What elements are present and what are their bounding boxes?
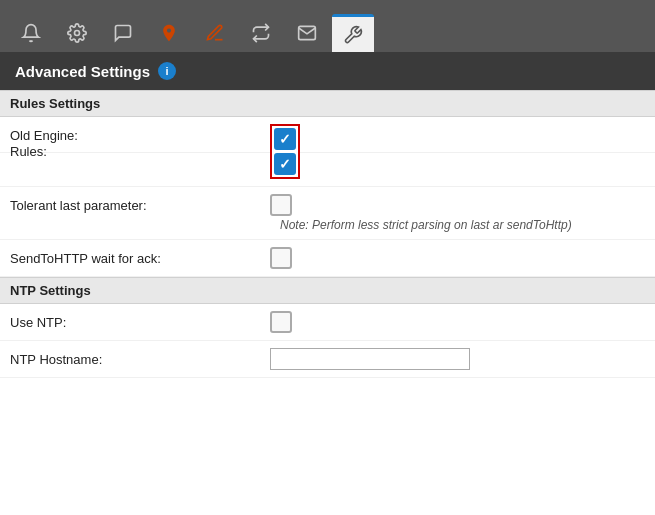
- tolerant-last-param-control: [270, 194, 292, 216]
- tolerant-last-param-label: Tolerant last parameter:: [10, 198, 270, 213]
- use-ntp-row: Use NTP:: [0, 304, 655, 341]
- settings-content: Rules Settings Rules: Old Engine: Tolera…: [0, 90, 655, 515]
- sendtohttp-control: [270, 247, 292, 269]
- wrench-tab-icon[interactable]: [332, 14, 374, 52]
- use-ntp-checkbox[interactable]: [270, 311, 292, 333]
- info-icon[interactable]: i: [158, 62, 176, 80]
- sendtohttp-label: SendToHTTP wait for ack:: [10, 251, 270, 266]
- tab-bar: [0, 0, 655, 52]
- rules-control: [270, 124, 300, 179]
- chat-tab-icon[interactable]: [102, 14, 144, 52]
- ntp-settings-header: NTP Settings: [0, 277, 655, 304]
- page-title: Advanced Settings: [15, 63, 150, 80]
- pin-tab-icon[interactable]: [148, 14, 190, 52]
- mail-tab-icon[interactable]: [286, 14, 328, 52]
- bell-tab-icon[interactable]: [10, 14, 52, 52]
- rules-settings-header: Rules Settings: [0, 90, 655, 117]
- rules-row: Rules:: [0, 117, 655, 187]
- ntp-hostname-input[interactable]: [270, 348, 470, 370]
- ntp-hostname-label: NTP Hostname:: [10, 352, 270, 367]
- sendtohttp-row: SendToHTTP wait for ack:: [0, 240, 655, 277]
- tolerant-note: Note: Perform less strict parsing on las…: [280, 218, 572, 232]
- rules-checkbox[interactable]: [274, 128, 296, 150]
- settings-tab-icon[interactable]: [56, 14, 98, 52]
- old-engine-checkbox[interactable]: [274, 153, 296, 175]
- tolerant-last-param-checkbox[interactable]: [270, 194, 292, 216]
- pen-tab-icon[interactable]: [194, 14, 236, 52]
- rules-highlight-group: [270, 124, 300, 179]
- ntp-hostname-control: [270, 348, 470, 370]
- use-ntp-control: [270, 311, 292, 333]
- tolerant-last-param-row: Tolerant last parameter: Note: Perform l…: [0, 187, 655, 240]
- advanced-settings-header: Advanced Settings i: [0, 52, 655, 90]
- arrows-tab-icon[interactable]: [240, 14, 282, 52]
- use-ntp-label: Use NTP:: [10, 315, 270, 330]
- ntp-hostname-row: NTP Hostname:: [0, 341, 655, 378]
- sendtohttp-checkbox[interactable]: [270, 247, 292, 269]
- svg-point-0: [75, 31, 80, 36]
- rules-label: Rules:: [10, 144, 270, 159]
